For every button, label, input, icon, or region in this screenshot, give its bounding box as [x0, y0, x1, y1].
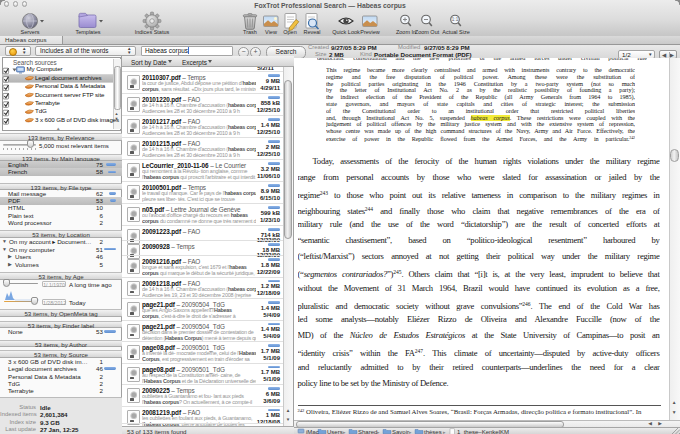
svg-text:1:1: 1:1: [452, 17, 459, 22]
